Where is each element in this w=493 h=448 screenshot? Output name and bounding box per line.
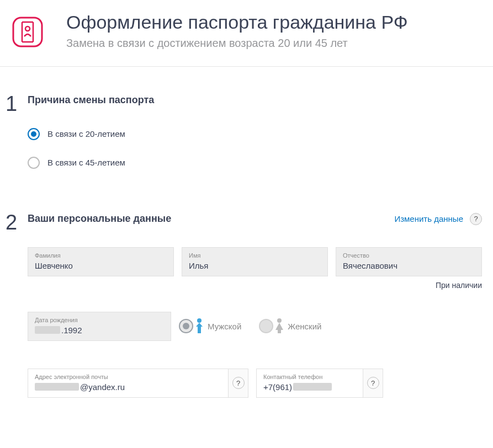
radio-icon <box>259 319 273 333</box>
step-number: 1 <box>6 94 28 113</box>
svg-point-3 <box>277 318 282 323</box>
patronymic-field: Отчество Вячеславович <box>336 247 482 276</box>
radio-icon <box>28 128 40 140</box>
step-number: 2 <box>6 213 28 232</box>
section-title: Ваши персональные данные <box>28 213 171 225</box>
field-value: Вячеславович <box>343 261 475 270</box>
section-reason: 1 Причина смены паспорта В связи с 20-ле… <box>0 67 493 185</box>
help-icon[interactable]: ? <box>363 369 383 397</box>
field-label: Дата рождения <box>35 317 164 323</box>
birthdate-field: Дата рождения .1992 <box>28 312 171 341</box>
radio-label: В связи с 45-летием <box>47 158 125 167</box>
redacted-block <box>35 383 79 391</box>
reason-option-20[interactable]: В связи с 20-летием <box>28 128 482 140</box>
name-field: Имя Илья <box>182 247 328 276</box>
gender-female[interactable]: Женский <box>259 318 331 334</box>
phone-field: Контактный телефон +7(961) ? <box>256 369 383 398</box>
field-label: Контактный телефон <box>263 374 356 380</box>
section-personal: 2 Ваши персональные данные Изменить данн… <box>0 185 493 398</box>
help-icon[interactable]: ? <box>228 369 248 397</box>
gender-label: Женский <box>288 322 321 331</box>
field-label: Фамилия <box>35 252 167 259</box>
redacted-block <box>35 326 60 334</box>
field-label: Имя <box>189 252 321 259</box>
radio-icon <box>28 157 40 169</box>
section-title: Причина смены паспорта <box>28 94 154 106</box>
female-icon <box>273 318 285 334</box>
field-value: +7(961) <box>263 382 356 392</box>
reason-option-45[interactable]: В связи с 45-летием <box>28 157 482 169</box>
field-value: Шевченко <box>35 261 167 270</box>
field-value: .1992 <box>35 326 164 335</box>
email-field: Адрес электронной почты @yandex.ru ? <box>28 369 248 398</box>
surname-field: Фамилия Шевченко <box>28 247 174 276</box>
page-subtitle: Замена в связи с достижением возраста 20… <box>66 37 408 50</box>
svg-point-2 <box>197 318 202 323</box>
svg-point-1 <box>25 26 30 31</box>
field-value: Илья <box>189 261 321 270</box>
male-icon <box>193 318 205 334</box>
page-title: Оформление паспорта гражданина РФ <box>66 11 408 34</box>
field-label: Адрес электронной почты <box>35 374 221 380</box>
page-header: Оформление паспорта гражданина РФ Замена… <box>0 0 493 67</box>
field-label: Отчество <box>343 252 475 259</box>
help-icon[interactable]: ? <box>470 213 482 225</box>
gender-male[interactable]: Мужской <box>179 318 251 334</box>
field-value: @yandex.ru <box>35 382 221 392</box>
passport-icon <box>11 15 44 49</box>
radio-label: В связи с 20-летием <box>47 129 125 138</box>
gender-label: Мужской <box>208 322 241 331</box>
redacted-block <box>293 383 332 391</box>
edit-data-link[interactable]: Изменить данные <box>394 214 463 223</box>
radio-icon <box>179 319 193 333</box>
patronymic-note: При наличии <box>28 281 482 290</box>
